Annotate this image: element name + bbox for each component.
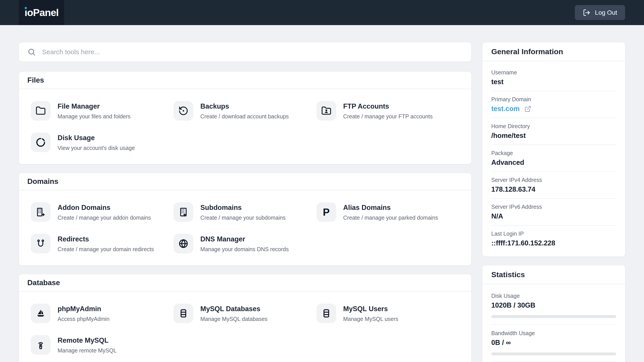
tool-text: FTP Accounts Create / manage your FTP ac… (343, 101, 433, 120)
tool-subtitle: Manage MySQL databases (200, 316, 268, 322)
field-package: Package Advanced (491, 145, 616, 172)
logout-button[interactable]: Log Out (575, 5, 625, 20)
app-logo: ioPanel (24, 7, 58, 18)
tool-subtitle: Manage your domains DNS records (200, 246, 288, 253)
tool-backups[interactable]: Backups Create / download account backup… (174, 101, 316, 121)
tool-text: MySQL Users Manage MySQL users (343, 304, 398, 322)
globe-icon (174, 234, 193, 253)
tool-file-manager[interactable]: File Manager Manage your files and folde… (31, 101, 174, 121)
section-domains: Domains Addon Domains Create / manage yo… (19, 173, 471, 265)
tool-text: Subdomains Create / manage your subdomai… (200, 202, 286, 221)
tool-title: MySQL Users (343, 305, 398, 313)
tool-text: Addon Domains Create / manage your addon… (58, 202, 151, 221)
panel-title: General Information (491, 47, 616, 56)
main-column: Files File Manager Manage your files and… (19, 42, 471, 362)
field-label: Username (491, 69, 616, 76)
tool-alias-domains[interactable]: P Alias Domains Create / manage your par… (316, 202, 459, 222)
field-value: ::ffff:171.60.152.228 (491, 239, 616, 247)
section-files: Files File Manager Manage your files and… (19, 72, 471, 164)
general-information-header: General Information (482, 42, 625, 61)
tool-text: Disk Usage View your account's disk usag… (58, 133, 135, 151)
history-icon (174, 101, 193, 121)
general-information-fields: Username test Primary Domain test.com (482, 61, 625, 257)
tool-title: MySQL Databases (200, 305, 268, 313)
search-input[interactable] (42, 48, 463, 56)
stat-disk-usage: Disk Usage 1020B / 30GB (491, 287, 616, 325)
stat-label: Bandwidth Usage (491, 330, 616, 337)
letter-p-icon: P (316, 202, 336, 222)
primary-domain-link[interactable]: test.com (491, 105, 520, 113)
tool-title: Addon Domains (58, 204, 151, 212)
tool-ftp-accounts[interactable]: FTP Accounts Create / manage your FTP ac… (316, 101, 459, 121)
logo-letter-i: i (24, 7, 27, 18)
letter-p: P (323, 206, 330, 218)
tool-subtitle: Manage remote MySQL (58, 347, 116, 354)
folder-user-icon (316, 101, 336, 121)
field-primary-domain: Primary Domain test.com (491, 91, 616, 118)
field-value: 178.128.63.74 (491, 185, 616, 193)
building-icon (174, 202, 193, 222)
section-title: Database (27, 279, 463, 287)
field-last-login-ip: Last Login IP ::ffff:171.60.152.228 (491, 226, 616, 252)
logo-rest: oPanel (27, 7, 59, 18)
stat-value: 1020B / 30GB (491, 301, 616, 309)
tool-subtitle: Create / manage your addon domains (58, 215, 151, 221)
tool-phpmyadmin[interactable]: phpMyAdmin Access phpMyAdmin (31, 304, 174, 323)
section-database-header: Database (19, 274, 471, 292)
tool-text: Alias Domains Create / manage your parke… (343, 202, 438, 221)
tool-subtitle: Create / manage your FTP accounts (343, 113, 433, 120)
tool-title: Redirects (58, 235, 154, 243)
field-label: Package (491, 150, 616, 156)
field-value: test (491, 78, 616, 86)
tool-title: Remote MySQL (58, 337, 116, 345)
statistics-panel: Statistics Disk Usage 1020B / 30GB Bandw… (482, 265, 625, 362)
field-label: Home Directory (491, 123, 616, 129)
section-title: Files (27, 76, 463, 84)
database-icon (316, 304, 336, 323)
section-domains-items: Addon Domains Create / manage your addon… (19, 190, 471, 265)
tool-title: File Manager (58, 102, 130, 110)
tool-text: MySQL Databases Manage MySQL databases (200, 304, 268, 322)
tool-disk-usage[interactable]: Disk Usage View your account's disk usag… (31, 133, 174, 152)
field-label: Last Login IP (491, 231, 616, 237)
tool-text: Remote MySQL Manage remote MySQL (58, 335, 116, 354)
tool-remote-mysql[interactable]: Remote MySQL Manage remote MySQL (31, 335, 174, 355)
field-label: Primary Domain (491, 96, 616, 103)
remote-control-icon (31, 335, 50, 355)
search-bar (19, 42, 471, 61)
top-navbar: ioPanel Log Out (0, 0, 644, 25)
tool-redirects[interactable]: Redirects Create / manage your domain re… (31, 234, 174, 253)
tool-subtitle: Manage MySQL users (343, 316, 398, 322)
building-plus-icon (31, 202, 50, 222)
tool-title: Backups (200, 102, 288, 110)
tool-subtitle: Create / manage your parked domains (343, 215, 438, 221)
right-sidebar: General Information Username test Primar… (482, 42, 625, 362)
tool-subtitle: Create / manage your subdomains (200, 215, 286, 221)
tool-title: Disk Usage (58, 134, 135, 142)
tool-mysql-databases[interactable]: MySQL Databases Manage MySQL databases (174, 304, 316, 323)
external-link-icon[interactable] (524, 105, 531, 112)
field-value: /home/test (491, 132, 616, 140)
tool-text: Backups Create / download account backup… (200, 101, 288, 120)
route-icon (31, 234, 50, 253)
tool-subdomains[interactable]: Subdomains Create / manage your subdomai… (174, 202, 316, 222)
tool-text: File Manager Manage your files and folde… (58, 101, 130, 120)
progress-bar (491, 353, 616, 355)
tool-title: phpMyAdmin (58, 305, 109, 313)
section-files-items: File Manager Manage your files and folde… (19, 89, 471, 164)
field-value: N/A (491, 212, 616, 220)
section-domains-header: Domains (19, 173, 471, 190)
search-icon (27, 48, 36, 56)
folder-icon (31, 101, 50, 121)
tool-addon-domains[interactable]: Addon Domains Create / manage your addon… (31, 202, 174, 222)
statistics-header: Statistics (482, 265, 625, 284)
tool-subtitle: Manage your files and folders (58, 113, 130, 120)
tool-dns-manager[interactable]: DNS Manager Manage your domains DNS reco… (174, 234, 316, 253)
section-database-items: phpMyAdmin Access phpMyAdmin MySQL Datab… (19, 292, 471, 362)
tool-text: DNS Manager Manage your domains DNS reco… (200, 234, 288, 253)
logout-icon (583, 9, 590, 16)
field-value: Advanced (491, 159, 616, 167)
field-ipv4: Server IPv4 Address 178.128.63.74 (491, 172, 616, 199)
tool-text: phpMyAdmin Access phpMyAdmin (58, 304, 109, 322)
tool-mysql-users[interactable]: MySQL Users Manage MySQL users (316, 304, 459, 323)
